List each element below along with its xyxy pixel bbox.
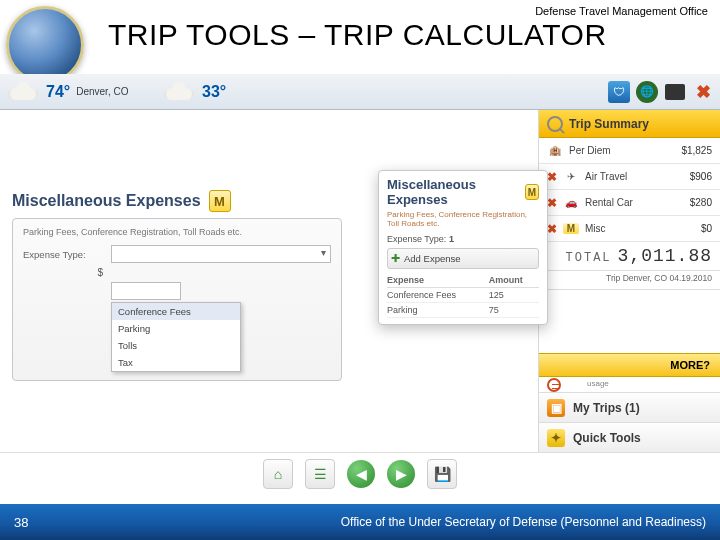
page-title: TRIP TOOLS – TRIP CALCULATOR [108,18,607,52]
remove-icon[interactable]: ✖ [547,170,557,184]
temp-2: 33° [202,83,226,101]
amount-input[interactable] [111,282,181,300]
panel-desc: Parking Fees, Conference Registration, T… [23,227,331,237]
table-row: Conference Fees125 [387,288,539,303]
expense-type-label: Expense Type: [23,249,103,260]
header-org: Defense Travel Management Office [535,5,708,17]
lodging-icon: 🏨 [547,145,563,156]
nav-next-button[interactable]: ▶ [387,460,415,488]
my-trips-button[interactable]: ▣ My Trips (1) [539,392,720,422]
option-tolls[interactable]: Tolls [112,337,240,354]
plane-icon: ✈ [563,171,579,182]
popup-title: Miscellaneous Expenses [387,177,521,207]
summary-row-misc: ✖ M Misc $0 [539,216,720,242]
section-title: Miscellaneous Expenses [12,192,201,210]
bottom-nav: ⌂ ☰ ◀ ▶ 💾 [0,452,720,494]
dod-seal-icon [6,6,84,84]
remove-icon[interactable]: ✖ [547,222,557,236]
lifesaver-icon [547,378,561,392]
main-column: Miscellaneous Expenses M Parking Fees, C… [0,110,538,452]
add-expense-button[interactable]: Add Expense [387,248,539,269]
printer-icon[interactable] [664,81,686,103]
summary-row-perdiem: 🏨 Per Diem $1,825 [539,138,720,164]
shield-icon[interactable]: 🛡 [608,81,630,103]
side-column: Trip Summary 🏨 Per Diem $1,825 ✖ ✈ Air T… [538,110,720,452]
popup-step: 1 [449,234,454,244]
cloud-icon [162,80,196,104]
misc-badge-icon: M [525,184,539,200]
weather-item-2: 33° [162,80,312,104]
home-button[interactable]: ⌂ [263,459,293,489]
list-button[interactable]: ☰ [305,459,335,489]
popup-title-row: Miscellaneous Expenses M [387,177,539,207]
body-row: Miscellaneous Expenses M Parking Fees, C… [0,110,720,452]
option-parking[interactable]: Parking [112,320,240,337]
option-tax[interactable]: Tax [112,354,240,371]
page-number: 38 [14,515,28,530]
temp-1: 74° [46,83,70,101]
toolbar-icons: 🛡 🌐 ✖ [608,81,714,103]
expense-type-options: Conference Fees Parking Tolls Tax [111,302,241,372]
globe-icon[interactable]: 🌐 [636,81,658,103]
footer-text: Office of the Under Secretary of Defense… [341,515,706,529]
app-window: 74° Denver, CO 33° 🛡 🌐 ✖ Miscellaneous E… [0,74,720,494]
usage-label: usage [561,377,609,392]
expense-type-dropdown[interactable] [111,245,331,263]
top-bar: 74° Denver, CO 33° 🛡 🌐 ✖ [0,74,720,110]
popup-expense-table: ExpenseAmount Conference Fees125 Parking… [387,273,539,318]
table-row: Parking75 [387,303,539,318]
misc-icon: M [563,223,579,234]
popup-type-label: Expense Type: [387,234,446,244]
save-button[interactable]: 💾 [427,459,457,489]
col-amount: Amount [489,273,539,288]
trip-meta: Trip Denver, CO 04.19.2010 [539,271,720,290]
car-icon: 🚗 [563,197,579,208]
city-1: Denver, CO [76,86,128,97]
currency-label: $ [23,267,103,278]
slide: Defense Travel Management Office TRIP TO… [0,0,720,540]
briefcase-icon: ▣ [547,399,565,417]
summary-row-air: ✖ ✈ Air Travel $906 [539,164,720,190]
summary-row-rental: ✖ 🚗 Rental Car $280 [539,190,720,216]
quick-tools-button[interactable]: ✦ Quick Tools [539,422,720,452]
col-expense: Expense [387,273,489,288]
footer: 38 Office of the Under Secretary of Defe… [0,504,720,540]
cloud-icon [6,80,40,104]
option-conference-fees[interactable]: Conference Fees [112,303,240,320]
expense-panel: Parking Fees, Conference Registration, T… [12,218,342,381]
more-button[interactable]: MORE? [539,353,720,377]
nav-prev-button[interactable]: ◀ [347,460,375,488]
remove-icon[interactable]: ✖ [547,196,557,210]
search-icon [547,116,563,132]
misc-badge-icon: M [209,190,231,212]
trip-summary-header[interactable]: Trip Summary [539,110,720,138]
tools-icon: ✦ [547,429,565,447]
close-icon[interactable]: ✖ [692,81,714,103]
weather-item-1: 74° Denver, CO [6,80,156,104]
misc-expenses-popup: Miscellaneous Expenses M Parking Fees, C… [378,170,548,325]
summary-total: TOTAL 3,011.88 [539,242,720,271]
popup-hint: Parking Fees, Conference Registration, T… [387,210,539,228]
